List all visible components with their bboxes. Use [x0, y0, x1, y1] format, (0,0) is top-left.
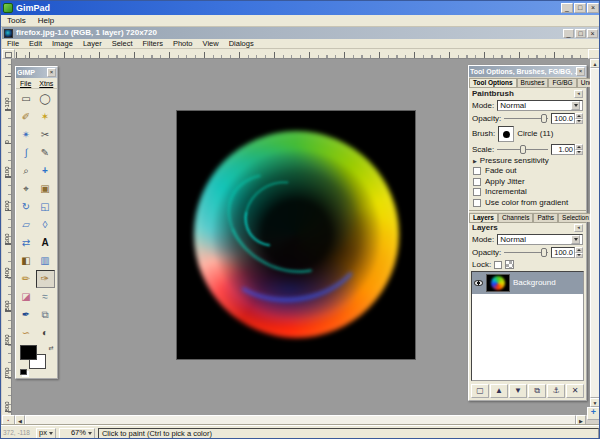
document-menu-item[interactable]: Select [107, 40, 138, 48]
tool-dodge-burn[interactable]: ◐ [36, 324, 55, 342]
toolbox-close-button[interactable]: × [47, 68, 56, 77]
tool-move[interactable]: + [36, 162, 55, 180]
ruler-options-button[interactable] [588, 49, 600, 59]
app-menu-item[interactable]: Help [32, 17, 60, 25]
document-menu-item[interactable]: Edit [24, 40, 47, 48]
lock-checkbox[interactable] [494, 261, 502, 269]
tool-airbrush[interactable]: ≈ [36, 288, 55, 306]
maximize-button[interactable]: □ [574, 3, 586, 13]
tool-ellipse-select[interactable]: ◯ [36, 90, 55, 108]
delete-layer-button[interactable]: ✕ [566, 384, 584, 398]
layer-opacity-slider[interactable] [504, 247, 548, 258]
tool-eraser[interactable]: ◪ [17, 288, 36, 306]
document-menu-item[interactable]: View [198, 40, 224, 48]
visibility-eye-icon[interactable] [474, 280, 483, 286]
quickmask-toggle-button[interactable]: ▪ [2, 415, 15, 425]
tool-ink[interactable]: ✒ [17, 306, 36, 324]
doc-minimize-button[interactable]: _ [563, 29, 574, 38]
horizontal-scrollbar[interactable]: ▪ ◀ ▶ [2, 415, 586, 425]
layer-opacity-spinner[interactable]: 100.0 [551, 247, 583, 258]
tool-smudge[interactable]: ∽ [17, 324, 36, 342]
tool-gradient[interactable]: ▥ [36, 252, 55, 270]
checkbox-icon[interactable] [473, 178, 481, 186]
tab-tool-options[interactable]: Tool Options [469, 78, 517, 88]
scale-spinner[interactable]: 1.00 [551, 144, 583, 155]
doc-close-button[interactable]: × [587, 29, 598, 38]
tab-brushes[interactable]: Brushes [517, 78, 549, 88]
swap-colors-icon[interactable]: ⇄ [48, 345, 53, 351]
horizontal-scroll-thumb[interactable] [25, 415, 576, 425]
tool-paintbrush[interactable]: ✑ [36, 270, 55, 288]
tool-rotate[interactable]: ↻ [17, 198, 36, 216]
tool-bucket-fill[interactable]: ◧ [17, 252, 36, 270]
new-layer-button[interactable]: ▢ [471, 384, 489, 398]
scroll-up-icon[interactable]: ▲ [590, 59, 600, 68]
checkbox-icon[interactable] [473, 199, 481, 207]
layer-mode-dropdown[interactable]: Normal [497, 234, 583, 245]
document-menu-item[interactable]: File [2, 40, 24, 48]
paint-mode-dropdown[interactable]: Normal [497, 100, 583, 111]
foreground-color-swatch[interactable] [20, 345, 37, 360]
document-titlebar[interactable]: firefox.jpg-1.0 (RGB, 1 layer) 720x720 _… [2, 27, 600, 39]
toolbox-titlebar[interactable]: GIMP × [16, 67, 57, 78]
spin-down-icon[interactable] [575, 150, 583, 156]
vertical-scroll-thumb[interactable] [590, 68, 600, 398]
tool-flip[interactable]: ⇄ [17, 234, 36, 252]
navigation-cross-button[interactable]: + [587, 407, 600, 420]
raise-layer-button[interactable]: ▲ [490, 384, 508, 398]
opacity-slider[interactable] [504, 113, 548, 124]
tab-channels[interactable]: Channels [498, 213, 533, 223]
tool-text[interactable]: A [36, 234, 55, 252]
tab-menu-button[interactable]: ◂ [574, 224, 583, 232]
ruler-corner-button[interactable] [2, 49, 15, 59]
brush-preview-button[interactable] [498, 126, 514, 142]
opacity-spinner[interactable]: 100.0 [551, 113, 583, 124]
vertical-scrollbar[interactable]: ▲ ▼ [590, 59, 600, 407]
scroll-down-icon[interactable]: ▼ [590, 398, 600, 407]
spin-down-icon[interactable] [575, 253, 583, 259]
tool-clone[interactable]: ⧉ [36, 306, 55, 324]
tool-free-select[interactable]: ✐ [17, 108, 36, 126]
zoom-dropdown[interactable]: 67% [59, 428, 95, 439]
tab-layers[interactable]: Layers [469, 213, 498, 223]
checkbox-incremental[interactable]: Incremental [469, 187, 586, 198]
document-menu-item[interactable]: Image [47, 40, 78, 48]
toolbox-menu-item[interactable]: File [16, 80, 35, 87]
duplicate-layer-button[interactable]: ⧉ [528, 384, 546, 398]
tool-fuzzy-select[interactable]: ✶ [36, 108, 55, 126]
dock-close-button[interactable]: × [576, 67, 585, 76]
unit-dropdown[interactable]: px [36, 428, 56, 439]
tool-color-picker[interactable]: ✎ [36, 144, 55, 162]
tool-rect-select[interactable]: ▭ [17, 90, 36, 108]
checkbox-icon[interactable] [473, 188, 481, 196]
close-button[interactable]: × [587, 3, 599, 13]
tab-selection[interactable]: Selection [558, 213, 593, 223]
tool-paths[interactable]: ∫ [17, 144, 36, 162]
document-menu-item[interactable]: Layer [78, 40, 107, 48]
checkbox-apply-jitter[interactable]: Apply Jitter [469, 177, 586, 188]
tool-perspective[interactable]: ◊ [36, 216, 55, 234]
pressure-sensitivity-expander[interactable]: ▶ Pressure sensitivity [469, 156, 586, 166]
tab-menu-button[interactable]: ◂ [574, 90, 583, 98]
document-menu-item[interactable]: Dialogs [224, 40, 259, 48]
tab-paths[interactable]: Paths [533, 213, 558, 223]
doc-restore-button[interactable]: □ [575, 29, 586, 38]
tool-shear[interactable]: ▱ [17, 216, 36, 234]
scroll-right-icon[interactable]: ▶ [576, 415, 586, 425]
tab-fgbg[interactable]: FG/BG [548, 78, 576, 88]
tool-scissors-select[interactable]: ✂ [36, 126, 55, 144]
scroll-left-icon[interactable]: ◀ [15, 415, 25, 425]
dock-titlebar[interactable]: Tool Options, Brushes, FG/BG, ... × [469, 66, 586, 77]
tool-select-by-color[interactable]: ✴ [17, 126, 36, 144]
tool-align[interactable]: ⌖ [17, 180, 36, 198]
minimize-button[interactable]: _ [561, 3, 573, 13]
tool-crop[interactable]: ▣ [36, 180, 55, 198]
tool-pencil[interactable]: ✏ [17, 270, 36, 288]
tool-scale[interactable]: ◱ [36, 198, 55, 216]
lock-alpha-icon[interactable] [505, 260, 514, 269]
tool-magnify[interactable]: ⌕ [17, 162, 36, 180]
app-menu-item[interactable]: Tools [1, 17, 32, 25]
checkbox-icon[interactable] [473, 167, 481, 175]
checkbox-fade-out[interactable]: Fade out [469, 166, 586, 177]
lower-layer-button[interactable]: ▼ [509, 384, 527, 398]
